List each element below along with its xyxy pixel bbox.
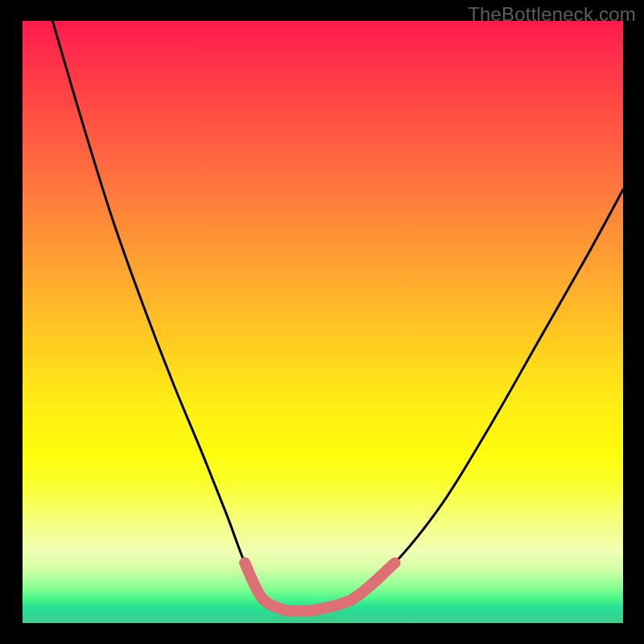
curve-layer [52,21,623,613]
marker-segment-ascent [311,563,394,611]
bottleneck-curve-svg [23,21,623,623]
watermark-text: TheBottleneck.com [468,3,636,26]
plot-area [23,21,623,623]
chart-frame: TheBottleneck.com [0,0,644,644]
bottleneck-curve [52,21,623,613]
marker-segment-descent [245,563,287,611]
